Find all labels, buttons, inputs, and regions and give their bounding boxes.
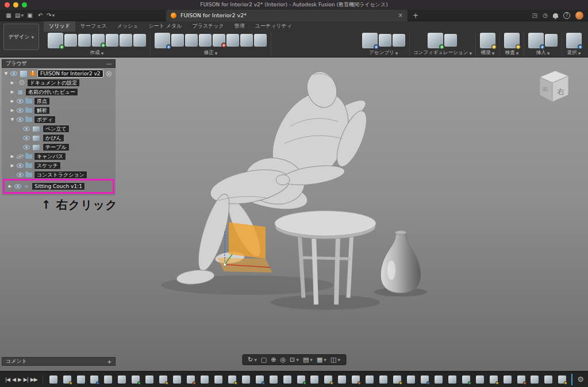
browser-item-label[interactable]: 名前の付いたビュー <box>25 88 78 96</box>
timeline-feature-icon[interactable] <box>421 375 429 384</box>
ribbon-group-label[interactable]: アセンブリ▼ <box>369 49 398 56</box>
ribbon-tab[interactable]: ソリッド <box>44 21 75 32</box>
timeline-feature-icon[interactable] <box>90 375 98 384</box>
viewport[interactable]: 右 前 ブラウザ — ▼!FUISON for Interior2 v2▶⚙ドキ… <box>0 58 588 371</box>
app-grid-icon[interactable]: ▦ <box>5 10 13 21</box>
file-menu-icon[interactable]: ▤▼ <box>15 10 24 21</box>
construction-plane-tool-icon[interactable]: + <box>480 33 495 48</box>
timeline-feature-icon[interactable] <box>462 375 470 384</box>
expander-right-icon[interactable]: ▶ <box>7 184 13 189</box>
measure-tool-icon[interactable]: + <box>504 33 520 48</box>
visibility-eye-icon[interactable] <box>17 108 24 113</box>
browser-item-label[interactable]: テーブル <box>43 143 70 151</box>
fillet-tool-icon[interactable] <box>185 34 198 47</box>
timeline-feature-icon[interactable] <box>270 375 278 384</box>
ribbon-group-label[interactable]: 修正▼ <box>204 49 218 56</box>
expander-right-icon[interactable]: ▶ <box>10 108 15 113</box>
ribbon-group-label[interactable]: 構築▼ <box>481 49 495 56</box>
help-icon[interactable]: ? <box>563 12 570 19</box>
timeline-feature-icon[interactable] <box>407 375 415 384</box>
browser-item[interactable]: ▶解析 <box>2 106 116 115</box>
timeline-feature-icon[interactable] <box>77 375 85 384</box>
timeline-feature-icon[interactable] <box>173 375 181 384</box>
browser-item-label[interactable]: FUISON for Interior2 v2 <box>37 70 103 78</box>
timeline-settings-gear-icon[interactable]: ⚙ <box>575 375 584 384</box>
timeline-feature-icon[interactable] <box>310 375 318 384</box>
zoom-icon[interactable]: ◎ <box>280 356 286 363</box>
close-window-button[interactable] <box>5 2 10 7</box>
ribbon-group-label[interactable]: 挿入▼ <box>536 49 550 56</box>
timeline-feature-icon[interactable] <box>228 375 236 384</box>
browser-item[interactable]: テーブル <box>2 143 116 152</box>
step-back-button[interactable]: ◀ <box>11 377 17 382</box>
timeline-feature-icon[interactable] <box>558 375 566 384</box>
save-icon[interactable]: ▣ <box>26 10 34 21</box>
timeline-feature-icon[interactable] <box>49 375 57 384</box>
browser-item-label[interactable]: 解析 <box>34 106 50 114</box>
activate-component-radio[interactable] <box>106 71 112 76</box>
visibility-eye-icon[interactable] <box>23 127 30 131</box>
new-component-tool-icon[interactable]: + <box>48 33 63 48</box>
job-status-icon[interactable]: ◷ <box>543 12 548 18</box>
offset-face-tool-icon[interactable] <box>226 34 239 47</box>
timeline-feature-icon[interactable] <box>63 375 71 384</box>
browser-item[interactable]: ▶⚙ドキュメントの設定 <box>2 78 116 87</box>
canvas-tool-icon[interactable] <box>545 34 558 47</box>
browser-item[interactable]: ▶スケッチ <box>2 161 116 170</box>
timeline-feature-icon[interactable] <box>338 375 346 384</box>
configure-tool-icon[interactable]: + <box>428 33 443 48</box>
pipe-tool-icon[interactable] <box>133 34 146 47</box>
timeline-feature-icon[interactable] <box>393 375 401 384</box>
ribbon-tab[interactable]: プラスチック <box>187 21 229 32</box>
timeline-feature-icon[interactable] <box>201 375 209 384</box>
profile-avatar[interactable] <box>575 12 583 20</box>
browser-item-label[interactable]: コンストラクション <box>34 171 87 179</box>
expander-right-icon[interactable]: ▶ <box>10 81 15 85</box>
expander-right-icon[interactable]: ▶ <box>10 90 15 94</box>
browser-item[interactable]: ▼!FUISON for Interior2 v2 <box>2 69 116 78</box>
timeline-feature-icon[interactable] <box>504 375 512 384</box>
go-to-end-button[interactable]: ▶▶ <box>29 377 39 382</box>
browser-item[interactable]: ▶キャンバス <box>2 152 116 161</box>
close-tab-icon[interactable]: × <box>398 12 403 18</box>
timeline-feature-icon[interactable] <box>214 375 222 384</box>
expander-right-icon[interactable]: ▶ <box>10 99 15 104</box>
rigid-group-tool-icon[interactable] <box>393 34 405 47</box>
expander-down-icon[interactable]: ▼ <box>3 71 9 76</box>
browser-item-label[interactable]: Sitting Couch v1:1 <box>32 182 85 190</box>
visibility-eye-icon[interactable] <box>14 184 21 189</box>
look-at-icon[interactable]: ▢ <box>261 356 267 363</box>
timeline-feature-icon[interactable] <box>297 375 305 384</box>
visibility-eye-icon[interactable] <box>17 173 24 177</box>
browser-item-label[interactable]: ドキュメントの設定 <box>27 79 80 87</box>
as-built-joint-tool-icon[interactable] <box>379 34 391 47</box>
timeline-feature-icon[interactable] <box>159 375 167 384</box>
timeline-feature-icon[interactable] <box>187 375 195 384</box>
extensions-icon[interactable]: ◳ <box>532 12 537 18</box>
timeline-feature-icon[interactable] <box>435 375 443 384</box>
timeline-feature-icon[interactable] <box>118 375 126 384</box>
ribbon-tab[interactable]: シート メタル <box>144 21 187 32</box>
visibility-eye-icon[interactable] <box>17 163 24 168</box>
timeline-feature-icon[interactable] <box>476 375 484 384</box>
ribbon-group-label[interactable]: 選択▼ <box>567 49 581 56</box>
browser-item-label[interactable]: 原点 <box>34 97 50 105</box>
timeline-playhead[interactable] <box>571 374 572 385</box>
timeline-feature-icon[interactable] <box>366 375 374 384</box>
split-body-tool-icon[interactable] <box>240 34 253 47</box>
new-joint-tool-icon[interactable]: + <box>362 33 378 48</box>
ribbon-group-label[interactable]: 検査▼ <box>505 49 519 56</box>
document-tab[interactable]: FUISON for Interior2 v2* × <box>166 10 408 21</box>
shell-tool-icon[interactable] <box>199 34 212 47</box>
browser-item-label[interactable]: かびん <box>43 134 64 142</box>
browser-item[interactable]: コンストラクション <box>2 170 116 179</box>
browser-item-label[interactable]: ボディ <box>34 116 56 124</box>
viewcube[interactable]: 右 前 <box>532 65 575 108</box>
browser-item[interactable]: ▼ボディ <box>2 115 116 124</box>
browser-item[interactable]: ▶原点 <box>2 97 116 106</box>
pan-icon[interactable]: ⊕ <box>271 356 276 363</box>
redo-icon[interactable]: ↷▼ <box>47 10 55 21</box>
viewcube-left-label[interactable]: 前 <box>543 86 548 92</box>
fit-icon[interactable]: ⊡▼ <box>290 356 299 363</box>
ribbon-group-label[interactable]: 作成▼ <box>90 49 104 56</box>
